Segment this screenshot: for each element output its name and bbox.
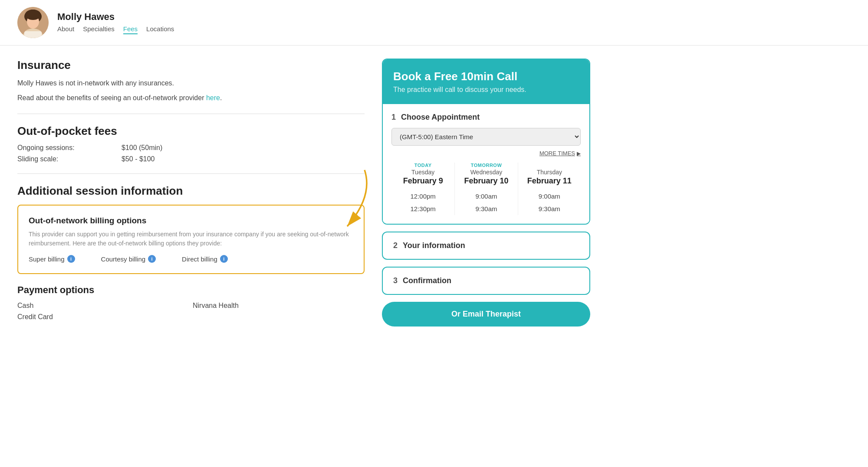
cal-day-thursday: Thursday (522, 169, 577, 176)
payment-list: Cash Nirvana Health Credit Card (17, 302, 365, 321)
fee-label-ongoing: Ongoing sessions: (17, 144, 104, 152)
cal-time-thursday-2[interactable]: 9:30am (522, 202, 577, 215)
billing-options-list: Super billing i Courtesy billing i Direc… (29, 255, 353, 263)
super-billing-info-icon[interactable]: i (67, 255, 75, 263)
step3-number: 3 (393, 276, 398, 285)
cal-col-thursday: X Thursday February 11 9:00am 9:30am (518, 163, 581, 215)
nav-about[interactable]: About (57, 25, 74, 34)
email-therapist-button[interactable]: Or Email Therapist (382, 302, 590, 327)
cal-date-today: February 9 (395, 176, 451, 186)
insurance-text2-end: . (220, 94, 222, 101)
nav-specialties[interactable]: Specialties (83, 25, 115, 34)
left-column: Insurance Molly Hawes is not in-network … (17, 59, 365, 327)
calendar-grid: TODAY Tuesday February 9 12:00pm 12:30pm… (391, 163, 581, 215)
insurance-title: Insurance (17, 59, 365, 72)
therapist-nav: About Specialties Fees Locations (57, 25, 174, 34)
additional-section: Additional session information Out-of-ne… (17, 184, 365, 274)
billing-option-direct: Direct billing i (182, 255, 228, 263)
insurance-section: Insurance Molly Hawes is not in-network … (17, 59, 365, 103)
step1-number: 1 (391, 113, 396, 122)
divider-1 (17, 114, 365, 114)
right-column: Book a Free 10min Call The practice will… (382, 59, 590, 327)
cal-date-tomorrow: February 10 (458, 176, 514, 186)
more-times-arrow-icon: ▶ (577, 150, 581, 157)
more-times-label: MORE TIMES (539, 150, 575, 157)
billing-courtesy-label: Courtesy billing (101, 255, 146, 263)
payment-item-cash: Cash (17, 302, 189, 310)
billing-option-courtesy: Courtesy billing i (101, 255, 156, 263)
step3-title: Confirmation (403, 276, 451, 285)
booking-step1-body: 1 Choose Appointment (GMT-5:00) Eastern … (383, 104, 589, 224)
billing-direct-label: Direct billing (182, 255, 217, 263)
nav-locations[interactable]: Locations (146, 25, 174, 34)
step1-title: Choose Appointment (401, 113, 480, 122)
more-times-link[interactable]: MORE TIMES ▶ (391, 150, 581, 157)
step2-title: Your information (403, 241, 465, 250)
payment-title: Payment options (17, 284, 365, 296)
billing-super-label: Super billing (29, 255, 65, 263)
therapist-name: Molly Hawes (57, 11, 174, 23)
payment-section: Payment options Cash Nirvana Health Cred… (17, 284, 365, 321)
payment-item-nirvana: Nirvana Health (193, 302, 365, 310)
cal-time-today-2[interactable]: 12:30pm (395, 202, 451, 215)
svg-point-3 (25, 10, 41, 20)
fee-label-sliding: Sliding scale: (17, 155, 104, 163)
booking-header: Book a Free 10min Call The practice will… (383, 59, 589, 104)
cal-day-today: Tuesday (395, 169, 451, 176)
nav-fees[interactable]: Fees (123, 25, 138, 34)
payment-item-credit: Credit Card (17, 313, 189, 321)
insurance-text2-prefix: Read about the benefits of seeing an out… (17, 94, 206, 101)
cal-date-thursday: February 11 (522, 176, 577, 186)
fee-value-ongoing: $100 (50min) (122, 144, 162, 152)
cal-col-today: TODAY Tuesday February 9 12:00pm 12:30pm (391, 163, 454, 215)
step2-number: 2 (393, 241, 398, 250)
courtesy-billing-info-icon[interactable]: i (148, 255, 156, 263)
main-content: Insurance Molly Hawes is not in-network … (0, 46, 608, 340)
therapist-avatar (17, 7, 49, 38)
billing-box-text: This provider can support you in getting… (29, 230, 353, 248)
cal-time-thursday-1[interactable]: 9:00am (522, 190, 577, 202)
booking-header-title: Book a Free 10min Call (393, 70, 579, 83)
billing-option-super: Super billing i (29, 255, 75, 263)
out-of-pocket-section: Out-of-pocket fees Ongoing sessions: $10… (17, 124, 365, 163)
fee-row-ongoing: Ongoing sessions: $100 (50min) (17, 144, 365, 152)
arrow-wrapper: Out-of-network billing options This prov… (17, 205, 365, 274)
direct-billing-info-icon[interactable]: i (220, 255, 228, 263)
cal-time-tomorrow-1[interactable]: 9:00am (458, 190, 514, 202)
cal-day-tomorrow: Wednesday (458, 169, 514, 176)
billing-options-box: Out-of-network billing options This prov… (17, 205, 365, 274)
fees-table: Ongoing sessions: $100 (50min) Sliding s… (17, 144, 365, 163)
step1-header: 1 Choose Appointment (391, 113, 581, 122)
cal-badge-tomorrow: TOMORROW (458, 163, 514, 168)
cal-col-tomorrow: TOMORROW Wednesday February 10 9:00am 9:… (454, 163, 517, 215)
oop-title: Out-of-pocket fees (17, 124, 365, 138)
billing-box-title: Out-of-network billing options (29, 216, 353, 225)
insurance-text2: Read about the benefits of seeing an out… (17, 93, 365, 103)
step3-row[interactable]: 3 Confirmation (382, 267, 590, 295)
booking-header-sub: The practice will call to discuss your n… (393, 86, 579, 94)
step2-row[interactable]: 2 Your information (382, 232, 590, 260)
cal-time-today-1[interactable]: 12:00pm (395, 190, 451, 202)
cal-time-tomorrow-2[interactable]: 9:30am (458, 202, 514, 215)
svg-rect-5 (24, 31, 42, 38)
booking-card: Book a Free 10min Call The practice will… (382, 59, 590, 225)
timezone-select[interactable]: (GMT-5:00) Eastern Time (GMT-6:00) Centr… (391, 128, 581, 146)
insurance-text1: Molly Hawes is not in-network with any i… (17, 78, 365, 88)
cal-badge-today: TODAY (395, 163, 451, 168)
page-header: Molly Hawes About Specialties Fees Locat… (0, 0, 868, 46)
fee-value-sliding: $50 - $100 (122, 155, 155, 163)
insurance-link[interactable]: here (206, 94, 220, 101)
